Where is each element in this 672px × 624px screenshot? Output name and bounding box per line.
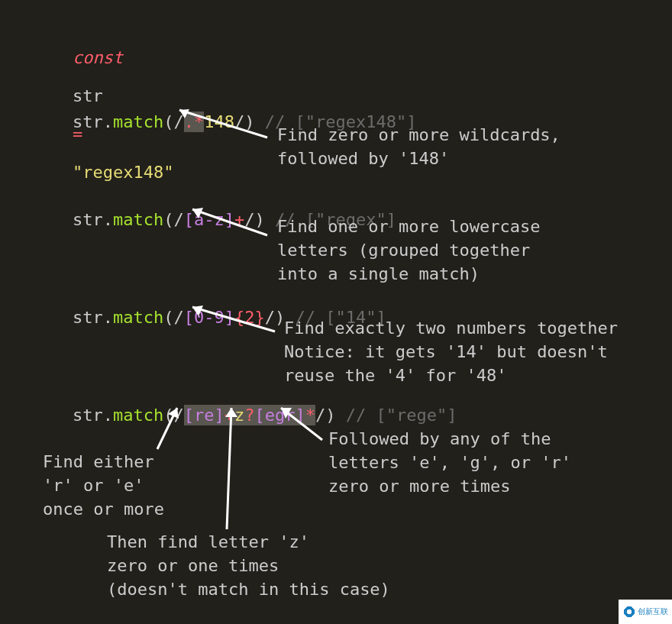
comment: // ["rege"] xyxy=(346,406,457,425)
keyword-const: const xyxy=(73,48,123,67)
watermark-logo-icon xyxy=(623,606,635,618)
regex-charclass-egr: [egr] xyxy=(254,406,305,425)
regex-slash: / xyxy=(315,406,325,425)
method: match xyxy=(113,308,163,327)
regex-z: z xyxy=(234,406,244,425)
paren-close: ) xyxy=(244,112,254,131)
annotation-1: Find zero or more wildcards, followed by… xyxy=(277,124,561,171)
string-literal: "regex148" xyxy=(73,163,173,182)
paren-close: ) xyxy=(325,406,335,425)
watermark-text: 创新互联 xyxy=(638,606,668,617)
regex-quant-star: * xyxy=(305,406,315,425)
regex-literal: 148 xyxy=(204,112,234,131)
watermark: 创新互联 xyxy=(619,600,672,624)
identifier: str xyxy=(73,112,103,131)
paren-open: ( xyxy=(163,406,173,425)
regex-quant: {2} xyxy=(234,308,265,327)
regex-slash: / xyxy=(173,210,183,229)
annotation-4b: Then find letter 'z' zero or one times (… xyxy=(107,531,390,601)
dot: . xyxy=(103,112,113,131)
regex-slash: / xyxy=(173,406,183,425)
annotation-4a: Find either 'r' or 'e' once or more xyxy=(43,451,164,521)
code-diagram: const str = "regex148" str.match(/.*148/… xyxy=(0,0,672,624)
regex-slash: / xyxy=(234,112,244,131)
dot: . xyxy=(103,308,113,327)
regex-slash: / xyxy=(173,112,183,131)
paren-open: ( xyxy=(163,308,173,327)
regex-dotstar: .* xyxy=(184,112,205,131)
paren-open: ( xyxy=(163,112,173,131)
identifier: str xyxy=(73,406,103,425)
dot: . xyxy=(103,406,113,425)
annotation-3: Find exactly two numbers together Notice… xyxy=(284,317,618,387)
regex-charclass: [a-z] xyxy=(184,210,234,229)
dot: . xyxy=(103,210,113,229)
regex-quant-q: ? xyxy=(244,406,254,425)
paren-close: ) xyxy=(254,210,264,229)
method: match xyxy=(113,112,163,131)
regex-quant-plus: + xyxy=(225,406,234,425)
method: match xyxy=(113,210,163,229)
identifier: str xyxy=(73,210,103,229)
regex-charclass-re: [re] xyxy=(184,406,225,425)
regex-charclass: [0-9] xyxy=(184,308,234,327)
regex-slash: / xyxy=(244,210,254,229)
regex-quant: + xyxy=(234,210,244,229)
annotation-2: Find one or more lowercase letters (grou… xyxy=(277,215,540,286)
method: match xyxy=(113,406,163,425)
paren-open: ( xyxy=(163,210,173,229)
regex-slash: / xyxy=(265,308,275,327)
identifier: str xyxy=(73,308,103,327)
annotation-4c: Followed by any of the letters 'e', 'g',… xyxy=(328,428,571,498)
regex-slash: / xyxy=(173,308,183,327)
